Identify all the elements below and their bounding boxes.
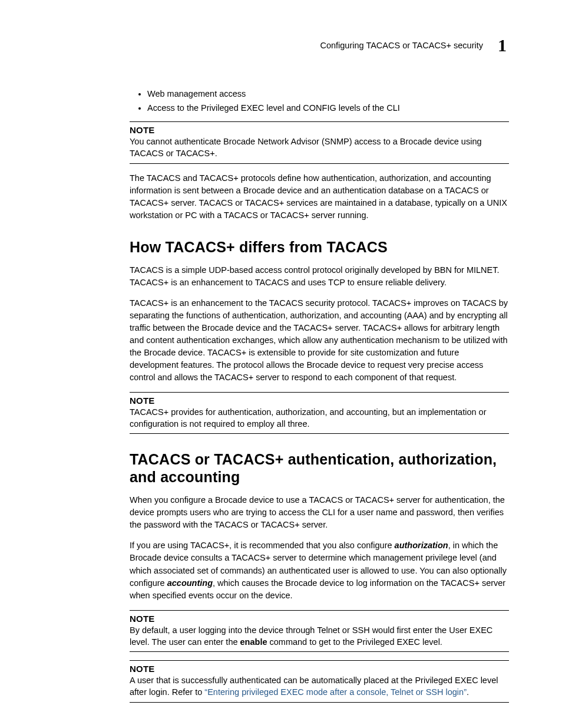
text-run: .	[467, 687, 469, 697]
note-text: TACACS+ provides for authentication, aut…	[130, 406, 509, 430]
body-paragraph: TACACS+ is an enhancement to the TACACS …	[130, 297, 509, 384]
note-label: NOTE	[130, 396, 509, 406]
emphasis-authorization: authorization	[395, 541, 448, 550]
bullet-list: Web management access Access to the Priv…	[130, 88, 509, 114]
note-text: A user that is successfully authenticate…	[130, 674, 509, 699]
note-block: NOTE By default, a user logging into the…	[130, 610, 509, 653]
note-block: NOTE TACACS+ provides for authentication…	[130, 392, 509, 434]
note-block: NOTE A user that is successfully authent…	[130, 660, 509, 703]
body-paragraph: If you are using TACACS+, it is recommen…	[130, 539, 509, 601]
cross-reference-link[interactable]: “Entering privileged EXEC mode after a c…	[204, 687, 467, 697]
running-header: Configuring TACACS or TACACS+ security 1	[53, 35, 509, 55]
note-text: You cannot authenticate Brocade Network …	[130, 136, 509, 160]
note-text: By default, a user logging into the devi…	[130, 624, 509, 648]
text-run: command to get to the Privileged EXEC le…	[267, 637, 442, 647]
note-block: NOTE You cannot authenticate Brocade Net…	[130, 121, 509, 164]
section-heading: TACACS or TACACS+ authentication, author…	[130, 450, 509, 486]
content-column: Web management access Access to the Priv…	[53, 88, 509, 703]
note-label: NOTE	[130, 614, 509, 624]
header-section-title: Configuring TACACS or TACACS+ security	[320, 41, 483, 50]
body-paragraph: The TACACS and TACACS+ protocols define …	[130, 172, 509, 222]
page: Configuring TACACS or TACACS+ security 1…	[0, 0, 562, 728]
note-label: NOTE	[130, 125, 509, 135]
note-label: NOTE	[130, 664, 509, 674]
section-heading: How TACACS+ differs from TACACS	[130, 238, 509, 256]
body-paragraph: When you configure a Brocade device to u…	[130, 494, 509, 531]
bold-enable: enable	[240, 637, 267, 647]
list-item: Web management access	[147, 88, 509, 100]
text-run: If you are using TACACS+, it is recommen…	[130, 541, 395, 550]
list-item: Access to the Privileged EXEC level and …	[147, 102, 509, 114]
body-paragraph: TACACS is a simple UDP-based access cont…	[130, 264, 509, 289]
emphasis-accounting: accounting	[167, 578, 213, 588]
header-chapter-number: 1	[498, 35, 507, 55]
